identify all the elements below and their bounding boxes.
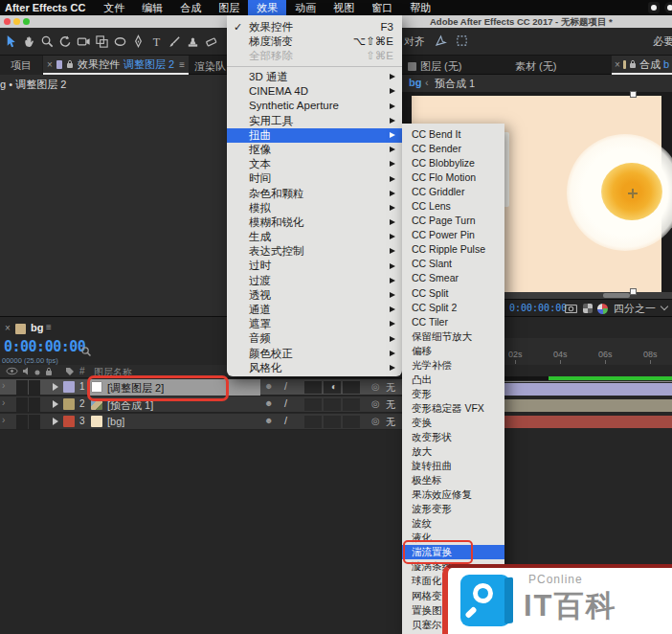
clone-stamp-tool-icon[interactable] [184,30,202,53]
audio-switch-cell[interactable] [29,415,40,429]
effect-category-item[interactable]: 生成 [227,230,402,244]
distort-effect-item[interactable]: CC Lens [402,199,504,214]
marquee-icon[interactable] [456,34,468,49]
layer-duration-bar-precomp[interactable] [504,399,672,412]
effect-category-item[interactable]: 时间 [227,171,402,186]
effect-category-item[interactable]: 颜色校正 [227,347,402,361]
distort-effect-item[interactable]: 凸出 [402,373,504,387]
transparency-grid-icon[interactable] [583,304,593,313]
menubar-item[interactable]: 帮助 [401,0,439,15]
pen-tool-icon[interactable] [129,30,147,53]
distort-effect-item[interactable]: CC Bender [402,142,504,156]
distort-effect-item[interactable]: CC Ripple Pulse [402,242,504,257]
effect-category-item[interactable]: 扭曲 [227,128,402,143]
tab-composition-viewer[interactable]: × 合成 b [612,56,672,75]
parent-select[interactable]: 无 [386,398,395,412]
distort-effect-item[interactable]: 波形变形 [402,502,504,516]
quality-icon[interactable]: / [284,397,287,409]
viewer-hscrollbar[interactable] [504,292,672,299]
snap-cursor-icon[interactable] [435,34,447,49]
distort-effect-item[interactable]: CC Page Turn [402,214,504,228]
mask-shape-tool-icon[interactable] [111,30,129,53]
effect-menu-item[interactable]: 全部移除 ⇧⌘E [227,49,402,63]
panel-menu-icon[interactable]: ≡ [46,322,52,332]
row-chevron-icon[interactable]: › [2,380,5,391]
eraser-tool-icon[interactable] [202,30,220,53]
minimize-window-button[interactable] [13,18,20,25]
distort-effect-item[interactable]: 旋转扭曲 [402,459,504,473]
close-icon[interactable]: × [5,323,11,333]
shy-icon[interactable]: ☻ [264,398,273,408]
quality-icon[interactable]: / [284,415,287,426]
video-switch-cell[interactable] [16,380,28,395]
expand-triangle-icon[interactable] [53,400,58,408]
layer-name[interactable]: [bg] [107,416,124,427]
distort-effect-item[interactable]: 变换 [402,416,504,430]
effect-category-item[interactable]: CINEMA 4D [227,84,402,99]
menubar-item[interactable]: 编辑 [133,0,171,15]
distort-effect-item[interactable]: CC Griddler [402,185,504,199]
menubar-item[interactable]: 动画 [286,0,325,15]
app-menu[interactable]: After Effects CC [0,2,95,13]
shy-icon[interactable]: ☻ [264,381,273,391]
close-icon[interactable]: × [615,59,620,70]
status-circle-icon[interactable] [664,2,672,13]
effect-category-item[interactable]: 杂色和颗粒 [227,187,402,201]
pan-behind-tool-icon[interactable] [93,30,111,53]
hand-tool-icon[interactable] [20,30,38,53]
brush-tool-icon[interactable] [166,30,184,53]
effect-menu-item[interactable]: 梯度渐变 ⌥⇧⌘E [227,34,402,49]
menubar-item[interactable]: 效果 [248,0,286,15]
status-app-icon[interactable] [648,2,660,13]
zoom-window-button[interactable] [23,18,30,25]
video-switch-cell[interactable] [16,397,28,412]
effect-category-item[interactable]: 音频 [227,331,402,346]
breadcrumb-current[interactable]: 预合成 1 [435,77,475,91]
channels-icon[interactable] [597,304,608,314]
tab-render-queue[interactable]: 渲染队 [194,59,226,74]
effect-menu-item[interactable]: 效果控件 F3 [227,20,402,34]
selection-handle-bottom[interactable] [630,288,637,295]
adjustment-layer-icon[interactable]: ◐ [331,381,337,392]
menubar-item[interactable]: 窗口 [363,0,401,15]
tab-layer-viewer[interactable]: 图层 (无) [408,59,461,74]
distort-effect-item[interactable]: CC Flo Motion [402,170,504,185]
parent-select[interactable]: 无 [386,381,395,395]
close-icon[interactable]: × [47,59,53,70]
distort-effect-item[interactable]: 变形稳定器 VFX [402,401,504,416]
row-chevron-icon[interactable]: › [2,415,5,425]
scrollbar-thumb[interactable] [603,293,630,298]
effect-category-item[interactable]: 文本 [227,157,402,171]
resolution-select[interactable]: 四分之一 [614,302,656,316]
essential-graphics-label[interactable]: 必要 [653,34,672,49]
quality-icon[interactable]: / [284,380,287,392]
distort-effect-item[interactable]: CC Bend It [402,127,504,142]
panel-menu-icon[interactable]: ≡ [179,59,185,70]
layer-duration-bar-bg[interactable] [504,416,672,428]
distort-effect-item[interactable]: CC Split 2 [402,301,504,315]
layer-anchor-point[interactable] [628,189,638,198]
zoom-tool-icon[interactable] [38,30,56,53]
expand-triangle-icon[interactable] [53,418,58,425]
label-color-swatch[interactable] [63,416,75,427]
distort-effect-item[interactable]: 果冻效应修复 [402,487,504,502]
parent-pickwhip-icon[interactable]: ◎ [371,416,380,426]
effect-category-item[interactable]: 实用工具 [227,114,402,128]
menubar-item[interactable]: 合成 [171,0,210,15]
effect-category-item[interactable]: 抠像 [227,143,402,157]
distort-effect-item[interactable]: 偏移 [402,344,504,358]
effect-category-item[interactable]: 风格化 [227,361,402,375]
distort-effect-item[interactable]: 极坐标 [402,473,504,487]
close-window-button[interactable] [4,18,11,25]
distort-effect-item[interactable]: CC Blobbylize [402,156,504,170]
effect-category-item[interactable]: 表达式控制 [227,244,402,259]
search-icon[interactable] [80,344,92,361]
distort-effect-item[interactable]: CC Split [402,286,504,301]
audio-switch-cell[interactable] [29,380,40,395]
rotation-tool-icon[interactable] [56,30,75,53]
selection-handle-top[interactable] [630,91,637,98]
comp-timecode[interactable]: 0:00:00:00 [509,303,567,313]
distort-effect-item[interactable]: 保留细节放大 [402,329,504,344]
snapshot-camera-icon[interactable] [565,304,577,315]
effect-category-item[interactable]: 过渡 [227,274,402,288]
